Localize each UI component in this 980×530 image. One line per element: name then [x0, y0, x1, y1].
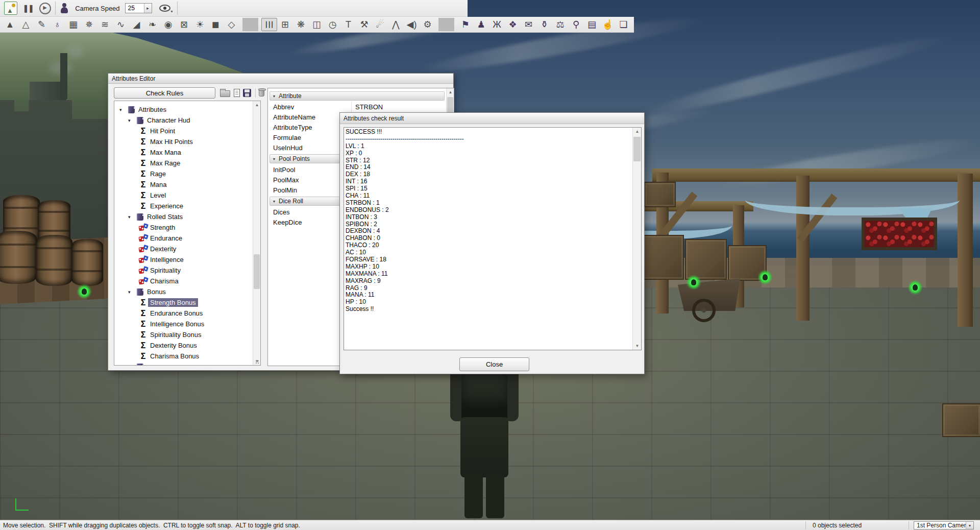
pulse-icon[interactable]: ⋀ [388, 18, 404, 31]
stopwatch-icon[interactable]: ◷ [325, 18, 340, 31]
scroll-up-icon[interactable]: ▲ [447, 88, 454, 96]
scroll-thumb[interactable] [633, 137, 641, 161]
scales-icon[interactable]: ⚖ [552, 18, 568, 31]
tree-item[interactable]: Charisma [114, 276, 253, 286]
delete-icon[interactable] [259, 89, 264, 97]
tree-item[interactable]: Σ Strength Bonus [114, 297, 253, 308]
compass-icon[interactable]: ◉ [160, 18, 176, 31]
tree-item[interactable]: ▾ Attributes [114, 104, 253, 115]
scroll-up-icon[interactable]: ▲ [253, 101, 261, 109]
terrain-paint-icon[interactable]: ✎ [34, 18, 50, 31]
script-window-icon[interactable]: ❏ [616, 18, 631, 31]
terrain-raise-icon[interactable]: ▲ [2, 18, 18, 31]
foliage-icon[interactable]: ❧ [144, 18, 160, 31]
open-folder-icon[interactable] [220, 90, 230, 97]
expander-arrow-icon[interactable]: ▾ [128, 214, 135, 220]
play-icon[interactable] [39, 3, 51, 14]
visibility-eye-icon[interactable] [159, 5, 170, 12]
save-icon[interactable] [243, 89, 251, 97]
message-icon[interactable]: ✉ [521, 18, 536, 31]
wire-cube-icon[interactable]: ◇ [224, 18, 239, 31]
player-icon[interactable] [60, 3, 69, 14]
tree-item[interactable]: Σ Spirituality Bonus [114, 329, 253, 340]
table-grid-icon[interactable]: ⊞ [277, 18, 293, 31]
check-rules-button[interactable]: Check Rules [114, 87, 215, 99]
road-icon[interactable]: ∿ [113, 18, 129, 31]
property-value[interactable]: STRBON [351, 102, 446, 112]
dialog-title[interactable]: Attributes check result [340, 113, 644, 124]
sun-light-icon[interactable]: ☀ [192, 18, 208, 31]
expander-arrow-icon[interactable]: ▾ [119, 107, 127, 112]
panels-icon[interactable]: ❚❚ [22, 4, 33, 13]
terrain-stamp-icon[interactable]: ▦ [65, 18, 81, 31]
tree-item[interactable]: Σ Hit Point [114, 126, 253, 136]
calendar-icon[interactable]: ▤ [584, 18, 600, 31]
tree-item[interactable]: Dexterity [114, 244, 253, 254]
sliders-icon[interactable]: ☰ [261, 18, 277, 31]
tree-item[interactable]: Σ Dexterity Bonus [114, 340, 253, 351]
terrain-star-brush-icon[interactable]: ✵ [81, 18, 97, 31]
tree-item[interactable]: Intelligence [114, 254, 253, 265]
window-title[interactable]: Attributes Editor [108, 74, 453, 84]
scroll-down-icon[interactable]: ▼ [633, 342, 642, 350]
wand-icon[interactable]: ☄ [372, 18, 388, 31]
solid-cube-icon[interactable]: ◼ [208, 18, 224, 31]
tree-item[interactable]: Spirituality [114, 265, 253, 276]
gears-icon[interactable]: ⚙ [420, 18, 435, 31]
separator[interactable] [438, 18, 454, 31]
bag-icon[interactable]: ⚱ [536, 18, 552, 31]
shirt-icon[interactable]: T [340, 18, 356, 31]
camera-speed-spinner[interactable]: ▸ [144, 4, 152, 13]
property-item[interactable]: Abbrev STRBON [268, 102, 446, 112]
new-document-icon[interactable] [234, 89, 240, 97]
close-button[interactable]: Close [459, 357, 529, 371]
property-item[interactable]: ▾ Attribute [270, 91, 445, 101]
tree-item[interactable]: Σ Max Hit Points [114, 136, 253, 147]
chevron-down-icon[interactable]: ▾ [171, 9, 173, 14]
expander-arrow-icon[interactable]: ▾ [128, 118, 135, 123]
transform-select-icon[interactable]: ⊠ [176, 18, 192, 31]
separator[interactable] [242, 18, 258, 31]
terrain-mountain-icon[interactable]: △ [18, 18, 34, 31]
tree-item[interactable]: Σ Max Rage [114, 158, 253, 168]
tree-item[interactable]: ▾ Bonus [114, 286, 253, 297]
person-icon[interactable]: ♟ [473, 18, 489, 31]
camera-mode-dropdown[interactable]: 1st Person Camera ▾ [914, 521, 974, 529]
result-scrollbar[interactable]: ▲ ▼ [632, 128, 641, 350]
tree-item[interactable]: Σ Mana [114, 179, 253, 190]
resize-grip[interactable] [255, 360, 259, 364]
camera-speed-input[interactable] [126, 4, 144, 13]
person-pin-icon[interactable]: ⚲ [568, 18, 584, 31]
star-wheel-icon[interactable]: ❋ [293, 18, 309, 31]
tree-item[interactable]: Σ Intelligence Bonus [114, 319, 253, 329]
tree-item[interactable]: Endurance [114, 233, 253, 244]
tree-item[interactable]: ▾ Rolled Stats [114, 211, 253, 222]
section-collapse-icon[interactable]: ▾ [273, 94, 275, 99]
tree-scrollbar[interactable]: ▲ ▼ [253, 101, 260, 365]
flag-icon[interactable]: ⚑ [457, 18, 473, 31]
axe-icon[interactable]: ⚒ [356, 18, 372, 31]
tree-item[interactable]: Σ Max Mana [114, 147, 253, 158]
expander-arrow-icon[interactable]: ▾ [128, 290, 135, 295]
tree-item[interactable]: Σ Charisma Bonus [114, 351, 253, 362]
tree-item[interactable]: Σ Level [114, 190, 253, 201]
tree-item[interactable]: Strength [114, 222, 253, 233]
creature-icon[interactable]: Ж [489, 18, 505, 31]
scroll-thumb[interactable] [254, 254, 260, 289]
section-collapse-icon[interactable]: ▾ [273, 199, 275, 204]
scene-mode-icon[interactable] [4, 2, 17, 15]
tree-item[interactable]: ▾ Character Hud [114, 115, 253, 126]
node-graph-icon[interactable]: ❖ [505, 18, 521, 31]
tree-item[interactable]: Σ Endurance Bonus [114, 308, 253, 319]
book-icon[interactable]: ◫ [309, 18, 325, 31]
terrain-globe-icon[interactable]: ♁ [50, 18, 65, 31]
speaker-icon[interactable]: ◀) [404, 18, 420, 31]
section-collapse-icon[interactable]: ▾ [273, 157, 275, 161]
tree-item[interactable]: Σ Rage [114, 168, 253, 179]
scroll-up-icon[interactable]: ▲ [633, 128, 642, 135]
tree-item[interactable]: Σ Experience [114, 201, 253, 211]
chevron-down-icon[interactable]: ▾ [966, 522, 973, 529]
tree-item[interactable] [114, 362, 253, 365]
ramp-icon[interactable]: ◢ [129, 18, 144, 31]
water-icon[interactable]: ≋ [97, 18, 113, 31]
